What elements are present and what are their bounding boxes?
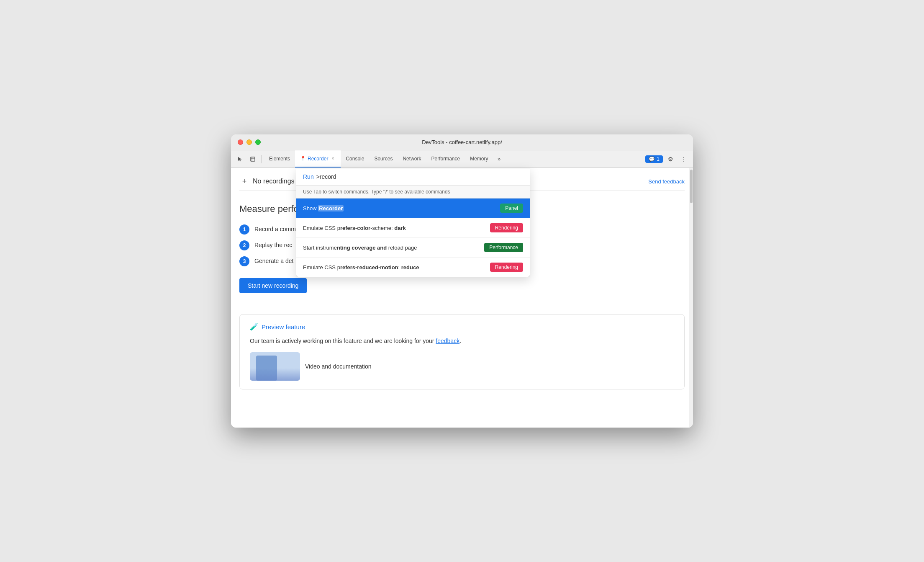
feedback-chat-button[interactable]: 💬 1 — [645, 155, 663, 163]
svg-rect-0 — [251, 157, 255, 161]
command-item-emulate-dark[interactable]: Emulate CSS prefers-color-scheme: dark R… — [296, 218, 530, 238]
step-number-1: 1 — [239, 224, 249, 235]
video-thumbnail — [250, 352, 300, 381]
tab-sources[interactable]: Sources — [369, 150, 398, 168]
recorder-top-left: + No recordings — [239, 176, 295, 186]
command-badge-rendering-2: Rendering — [490, 263, 523, 272]
window-title: DevTools - coffee-cart.netlify.app/ — [238, 139, 686, 145]
command-item-emulate-motion[interactable]: Emulate CSS prefers-reduced-motion: redu… — [296, 258, 530, 277]
devtools-window: DevTools - coffee-cart.netlify.app/ Elem… — [231, 134, 693, 428]
command-item-text-emulate-motion: Emulate CSS prefers-reduced-motion: redu… — [303, 264, 490, 271]
minimize-button[interactable] — [246, 139, 252, 145]
command-hint: Use Tab to switch commands. Type '?' to … — [296, 186, 530, 199]
tab-elements[interactable]: Elements — [264, 150, 295, 168]
command-input-row: Run >record — [296, 168, 530, 186]
command-badge-performance: Performance — [484, 243, 523, 252]
preview-description: Our team is actively working on this fea… — [250, 337, 674, 345]
settings-button[interactable]: ⚙ — [665, 153, 676, 165]
more-tabs-icon[interactable]: » — [493, 153, 505, 165]
inspect-icon[interactable] — [247, 153, 259, 165]
command-item-show-recorder[interactable]: Show Recorder Panel — [296, 199, 530, 218]
scrollbar[interactable] — [689, 168, 693, 428]
cursor-icon[interactable] — [234, 153, 246, 165]
preview-flask-icon: 🧪 — [250, 323, 258, 331]
scroll-thumb — [690, 170, 693, 203]
preview-feature-label: Preview feature — [262, 323, 305, 330]
step-number-2: 2 — [239, 240, 249, 250]
send-feedback-link[interactable]: Send feedback — [648, 178, 685, 185]
command-item-text-emulate-dark: Emulate CSS prefers-color-scheme: dark — [303, 225, 490, 231]
run-label: Run — [303, 173, 314, 180]
close-button[interactable] — [238, 139, 243, 145]
feedback-link[interactable]: feedback — [436, 338, 459, 344]
step-text-3: Generate a det — [254, 256, 293, 264]
command-item-text-coverage: Start instrumenting coverage and reload … — [303, 245, 484, 251]
tab-recorder[interactable]: 📍 Recorder × — [295, 150, 341, 168]
tab-network[interactable]: Network — [398, 150, 426, 168]
devtools-toolbar: Elements 📍 Recorder × Console Sources Ne… — [231, 150, 693, 168]
traffic-lights — [238, 139, 261, 145]
chat-icon: 💬 — [649, 156, 655, 162]
video-person-image — [256, 356, 277, 381]
toolbar-right: 💬 1 ⚙ ⋮ — [645, 153, 690, 165]
step-number-3: 3 — [239, 256, 249, 266]
preview-card: 🧪 Preview feature Our team is actively w… — [239, 314, 685, 389]
maximize-button[interactable] — [255, 139, 261, 145]
command-palette: Run >record Use Tab to switch commands. … — [296, 168, 530, 277]
start-new-recording-button[interactable]: Start new recording — [239, 278, 307, 293]
preview-feature-header: 🧪 Preview feature — [250, 323, 674, 331]
command-item-text-show-recorder: Show Recorder — [303, 205, 500, 211]
more-menu-button[interactable]: ⋮ — [678, 153, 690, 165]
command-badge-rendering-1: Rendering — [490, 223, 523, 232]
tab-memory[interactable]: Memory — [465, 150, 493, 168]
command-badge-panel: Panel — [500, 204, 523, 213]
tab-performance[interactable]: Performance — [426, 150, 465, 168]
title-bar: DevTools - coffee-cart.netlify.app/ — [231, 134, 693, 150]
toolbar-divider — [261, 155, 262, 163]
tab-bar: Elements 📍 Recorder × Console Sources Ne… — [264, 150, 644, 168]
recorder-pin-icon: 📍 — [300, 156, 306, 161]
command-item-coverage[interactable]: Start instrumenting coverage and reload … — [296, 238, 530, 258]
command-input-value[interactable]: >record — [316, 173, 336, 180]
tab-console[interactable]: Console — [341, 150, 369, 168]
video-docs-label: Video and documentation — [305, 363, 372, 370]
recorder-tab-close[interactable]: × — [330, 156, 336, 162]
no-recordings-label: No recordings — [253, 178, 295, 185]
devtools-body: + No recordings Send feedback Measure pe… — [231, 168, 693, 428]
video-docs-row: Video and documentation — [250, 352, 674, 381]
step-text-1: Record a comm — [254, 224, 296, 232]
step-text-2: Replay the rec — [254, 240, 292, 248]
add-recording-button[interactable]: + — [239, 176, 249, 186]
